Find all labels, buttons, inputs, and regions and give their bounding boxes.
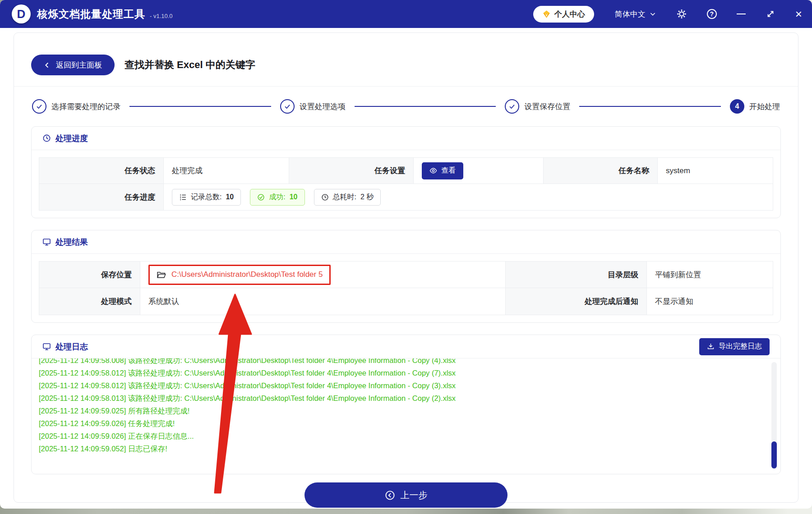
- log-section: 处理日志 导出完整日志 [2025-11-12 14:09:58.008] 该路…: [31, 335, 781, 474]
- progress-section-title: 处理进度: [55, 133, 88, 144]
- notify-label: 处理完成后通知: [506, 288, 647, 315]
- chevron-down-icon: [649, 10, 656, 18]
- step-label: 设置处理选项: [300, 101, 346, 112]
- step-1: 选择需要处理的记录: [32, 99, 120, 114]
- language-label: 简体中文: [615, 9, 646, 19]
- progress-table: 任务状态 处理完成 任务设置 查看 任务名称 system 任务进度: [39, 157, 773, 211]
- save-location-link[interactable]: C:\Users\Administrator\Desktop\Test fold…: [148, 265, 331, 285]
- log-line: [2025-11-12 14:09:58.012] 该路径处理成功: C:\Us…: [39, 379, 765, 392]
- gear-icon: [676, 9, 687, 19]
- help-button[interactable]: ?: [707, 9, 717, 19]
- close-icon: ×: [795, 9, 802, 18]
- step-connector: [355, 106, 496, 107]
- clock-icon: [321, 193, 329, 201]
- save-location-path: C:\Users\Administrator\Desktop\Test fold…: [171, 270, 323, 279]
- language-selector[interactable]: 简体中文: [615, 9, 656, 19]
- results-section: 处理结果 保存位置 C:\Users\Administrator\Desktop…: [31, 230, 781, 323]
- log-scrollbar-track[interactable]: [771, 362, 777, 469]
- check-circle-icon: [257, 193, 265, 201]
- monitor-icon: [42, 238, 51, 246]
- task-progress-label: 任务进度: [39, 184, 164, 210]
- resize-icon: [766, 9, 775, 19]
- view-settings-button[interactable]: 查看: [422, 162, 463, 179]
- clock-icon: [42, 134, 51, 142]
- results-section-title: 处理结果: [55, 237, 88, 248]
- footer: 上一步: [14, 482, 798, 508]
- titlebar: D 核烁文档批量处理工具 - v1.10.0 个人中心 简体中文: [0, 0, 812, 28]
- task-name-label: 任务名称: [544, 158, 658, 184]
- step-indicator: 选择需要处理的记录 设置处理选项 设置保存位置 4 开始处理: [32, 98, 780, 115]
- chevron-left-icon: [44, 62, 51, 69]
- dir-level-label: 目录层级: [506, 262, 647, 288]
- step-2: 设置处理选项: [280, 99, 346, 114]
- download-icon: [707, 343, 715, 350]
- elapsed-time-badge: 总耗时: 2 秒: [314, 189, 381, 206]
- log-line: [2025-11-12 14:09:59.052] 日志已保存!: [39, 442, 765, 455]
- success-value: 10: [290, 193, 298, 201]
- monitor-icon: [42, 342, 51, 351]
- step-label: 设置保存位置: [524, 101, 570, 112]
- app-logo-icon: D: [12, 5, 31, 23]
- log-output: [2025-11-12 14:09:58.008] 该路径处理成功: C:\Us…: [32, 358, 780, 474]
- page-header: 返回到主面板 查找并替换 Excel 中的关键字: [31, 55, 781, 75]
- elapsed-time-label: 总耗时:: [333, 193, 356, 202]
- step-label: 开始处理: [749, 101, 780, 112]
- step-check-icon: [32, 99, 46, 114]
- export-log-label: 导出完整日志: [719, 342, 762, 351]
- progress-section: 处理进度 任务状态 处理完成 任务设置 查看 任务名称: [31, 126, 781, 218]
- app-title: 核烁文档批量处理工具: [37, 7, 145, 21]
- log-line: [2025-11-12 14:09:59.025] 所有路径处理完成!: [39, 404, 765, 417]
- view-button-label: 查看: [441, 166, 456, 175]
- minimize-icon: [737, 14, 746, 15]
- log-section-title: 处理日志: [55, 341, 88, 352]
- minimize-button[interactable]: [737, 14, 746, 15]
- dir-level-value: 平铺到新位置: [647, 262, 773, 288]
- page-title: 查找并替换 Excel 中的关键字: [125, 58, 255, 72]
- step-check-icon: [280, 99, 295, 114]
- record-count-badge: 记录总数: 10: [172, 189, 241, 206]
- ordered-list-icon: [179, 193, 187, 201]
- maximize-button[interactable]: [766, 9, 775, 19]
- step-label: 选择需要处理的记录: [51, 101, 120, 112]
- results-table: 保存位置 C:\Users\Administrator\Desktop\Test…: [39, 261, 773, 315]
- main-panel: 返回到主面板 查找并替换 Excel 中的关键字 选择需要处理的记录 设置处理选…: [14, 32, 798, 503]
- record-count-label: 记录总数:: [191, 193, 221, 202]
- back-to-dashboard-button[interactable]: 返回到主面板: [31, 55, 115, 75]
- process-mode-value: 系统默认: [140, 288, 506, 315]
- folder-open-icon: [157, 270, 166, 280]
- log-line: [2025-11-12 14:09:59.026] 任务处理完成!: [39, 417, 765, 430]
- account-center-button[interactable]: 个人中心: [533, 6, 594, 23]
- process-mode-label: 处理模式: [39, 288, 140, 315]
- log-line: [2025-11-12 14:09:59.026] 正在保存日志信息...: [39, 430, 765, 442]
- settings-button[interactable]: [676, 9, 687, 19]
- circle-arrow-left-icon: [385, 490, 395, 500]
- task-settings-label: 任务设置: [289, 158, 414, 184]
- back-button-label: 返回到主面板: [56, 60, 102, 70]
- success-label: 成功:: [269, 193, 285, 202]
- previous-step-button[interactable]: 上一步: [304, 482, 508, 508]
- save-location-label: 保存位置: [39, 262, 140, 288]
- log-line: [2025-11-12 14:09:58.008] 该路径处理成功: C:\Us…: [39, 358, 765, 367]
- export-log-button[interactable]: 导出完整日志: [699, 338, 770, 355]
- log-scrollbar-thumb[interactable]: [771, 441, 777, 468]
- step-check-icon: [505, 99, 519, 114]
- vip-diamond-icon: [542, 10, 551, 18]
- task-name-value: system: [658, 158, 773, 184]
- task-status-value: 处理完成: [164, 158, 289, 184]
- account-center-label: 个人中心: [554, 9, 585, 19]
- eye-icon: [429, 167, 437, 174]
- close-button[interactable]: ×: [795, 9, 802, 18]
- elapsed-time-value: 2 秒: [360, 193, 374, 202]
- notify-value: 不显示通知: [647, 288, 773, 315]
- app-window: D 核烁文档批量处理工具 - v1.10.0 个人中心 简体中文: [0, 0, 812, 509]
- task-status-label: 任务状态: [39, 158, 164, 184]
- step-3: 设置保存位置: [505, 99, 570, 114]
- success-count-badge: 成功: 10: [250, 189, 304, 206]
- step-connector: [579, 106, 721, 107]
- help-icon: ?: [707, 9, 717, 19]
- step-number-badge: 4: [730, 99, 744, 114]
- log-line: [2025-11-12 14:09:58.012] 该路径处理成功: C:\Us…: [39, 367, 765, 379]
- log-line: [2025-11-12 14:09:58.013] 该路径处理成功: C:\Us…: [39, 392, 765, 404]
- previous-step-label: 上一步: [401, 489, 428, 501]
- step-connector: [129, 106, 271, 107]
